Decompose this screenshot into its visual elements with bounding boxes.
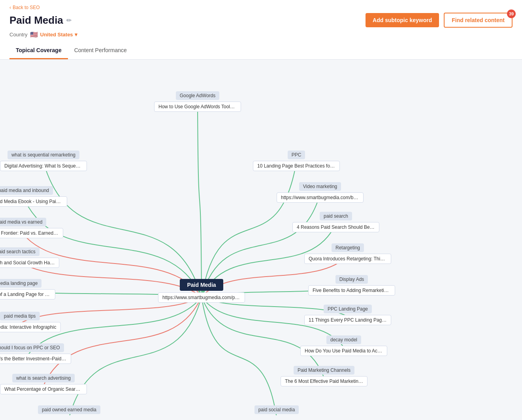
node-topic-label: Should I focus on PPC or SEO xyxy=(0,343,64,352)
node-topic-label: what is search advertising xyxy=(12,374,75,382)
node-topic-label: Video marketing xyxy=(299,182,341,191)
node-topic-label: decay model xyxy=(326,335,361,344)
node-topic-label: paid media tips xyxy=(0,312,40,320)
node-content-link[interactable]: How to Use Google AdWords Tools to R... xyxy=(154,102,241,112)
country-selector[interactable]: United States ▾ xyxy=(40,32,77,38)
node-content-link[interactable]: What's the Better Investment–Paid Sear..… xyxy=(0,354,71,364)
topic-node-n6[interactable]: paid media vs earnedThe New Frontier: Pa… xyxy=(0,218,63,238)
tab-content-performance[interactable]: Content Performance xyxy=(68,43,133,59)
node-content-link[interactable]: The New Frontier: Paid vs. Earned Media xyxy=(0,228,63,238)
node-content-link[interactable]: 10 Landing Page Best Practices for PPC .… xyxy=(253,161,340,171)
node-content-link[interactable]: Digital Advertising: What Is Sequential … xyxy=(0,161,87,171)
node-content-link[interactable]: LP: Paid Media Ebook - Using Paid Medi..… xyxy=(0,196,67,207)
node-content-link[interactable]: Paid Search and Social Growth Hacking ..… xyxy=(0,258,59,268)
center-content[interactable]: https://www.smartbugmedia.com/paid-... xyxy=(158,292,245,303)
tabs: Topical Coverage Content Performance xyxy=(9,43,513,59)
node-content-link[interactable]: https://www.smartbugmedia.com/blog... xyxy=(277,192,364,203)
node-topic-label: Display Ads xyxy=(335,275,368,284)
node-topic-label: PPC xyxy=(288,151,305,159)
topic-node-n11[interactable]: Display AdsFive Benefits to Adding Remar… xyxy=(308,275,395,296)
top-bar: ‹ Back to SEO Paid Media ✏ Add subtopic … xyxy=(0,0,522,60)
find-related-button[interactable]: Find related content 39 xyxy=(444,13,513,28)
back-chevron-icon: ‹ xyxy=(9,5,11,10)
topic-node-n15[interactable]: decay modelHow Do You Use Paid Media to … xyxy=(300,335,387,356)
node-content-link[interactable]: What Percentage of Organic Search Sh... xyxy=(0,384,87,394)
node-content-link[interactable]: Paid Media: Interactive Infographic xyxy=(0,322,60,332)
node-topic-label: paid owned earned media xyxy=(38,405,100,414)
header-row: Paid Media ✏ Add subtopic keyword Find r… xyxy=(9,13,513,28)
country-label: Country xyxy=(9,32,28,38)
node-content-link[interactable]: 11 Things Every PPC Landing Page Needs xyxy=(304,315,391,325)
topic-node-n16[interactable]: what is search advertisingWhat Percentag… xyxy=(0,374,87,394)
node-content-link[interactable]: Quora Introduces Retargeting: This We... xyxy=(304,254,391,264)
node-topic-label: paid social media xyxy=(254,405,299,414)
node-topic-label: what is sequential remarketing xyxy=(8,151,79,159)
topic-node-n2[interactable]: what is sequential remarketingDigital Ad… xyxy=(0,151,87,171)
topic-node-n19[interactable]: paid social mediaWhich Paid Media Channe… xyxy=(233,405,320,415)
graph-container: Paid Media https://www.smartbugmedia.com… xyxy=(8,68,514,415)
node-topic-label: Paid Marketing Channels xyxy=(294,366,354,375)
center-node[interactable]: Paid Media https://www.smartbugmedia.com… xyxy=(158,279,245,303)
title-section: Paid Media ✏ xyxy=(9,14,72,26)
main-content: Paid Media https://www.smartbugmedia.com… xyxy=(0,60,522,415)
node-topic-label: paid search tactics xyxy=(0,247,40,256)
topic-node-n9[interactable]: RetargetingQuora Introduces Retargeting:… xyxy=(304,243,391,264)
topic-node-n17[interactable]: Paid Marketing ChannelsThe 6 Most Effect… xyxy=(281,366,367,386)
tab-topical-coverage[interactable]: Topical Coverage xyxy=(9,43,68,59)
center-topic: Paid Media xyxy=(180,279,223,291)
page-title: Paid Media xyxy=(9,14,63,26)
topic-node-n1[interactable]: Google AdWordsHow to Use Google AdWords … xyxy=(154,91,241,112)
connections-svg xyxy=(8,68,514,415)
topic-node-n7[interactable]: paid search4 Reasons Paid Search Should … xyxy=(292,212,379,232)
node-content-link[interactable]: The 6 Most Effective Paid Marketing Ch..… xyxy=(281,376,367,386)
topic-node-n3[interactable]: PPC10 Landing Page Best Practices for PP… xyxy=(253,151,340,171)
topic-node-n12[interactable]: paid media tipsPaid Media: Interactive I… xyxy=(0,312,60,332)
flag-icon: 🇺🇸 xyxy=(30,31,38,38)
country-row: Country 🇺🇸 United States ▾ xyxy=(9,31,513,41)
topic-node-n5[interactable]: Video marketinghttps://www.smartbugmedia… xyxy=(277,182,364,203)
node-content-link[interactable]: The Design of a Landing Page for Your ..… xyxy=(0,289,55,299)
topic-node-n14[interactable]: Should I focus on PPC or SEOWhat's the B… xyxy=(0,343,71,364)
node-content-link[interactable]: Five Benefits to Adding Remarketing to .… xyxy=(308,285,395,296)
topic-node-n8[interactable]: paid search tacticsPaid Search and Socia… xyxy=(0,247,59,268)
topic-node-n10[interactable]: paid media landing pageThe Design of a L… xyxy=(0,279,55,299)
topic-node-n13[interactable]: PPC Landing Page11 Things Every PPC Land… xyxy=(304,305,391,325)
back-to-seo-link[interactable]: ‹ Back to SEO xyxy=(9,5,513,10)
badge-count: 39 xyxy=(507,9,516,18)
add-subtopic-button[interactable]: Add subtopic keyword xyxy=(366,13,439,27)
node-content-link[interactable]: 4 Reasons Paid Search Should Be Part o..… xyxy=(292,222,379,232)
node-content-link[interactable]: How Do You Use Paid Media to Acceler... xyxy=(300,346,387,356)
header-actions: Add subtopic keyword Find related conten… xyxy=(366,13,513,28)
node-topic-label: paid media landing page xyxy=(0,279,41,288)
node-topic-label: paid media vs earned xyxy=(0,218,46,226)
topic-node-n4[interactable]: paid media and inboundLP: Paid Media Ebo… xyxy=(0,186,67,207)
node-topic-label: Retargeting xyxy=(332,243,364,252)
node-topic-label: paid media and inbound xyxy=(0,186,53,195)
edit-icon[interactable]: ✏ xyxy=(66,17,72,24)
node-topic-label: Google AdWords xyxy=(176,91,220,100)
topic-node-n18[interactable]: paid owned earned mediaThe Paid Media KP… xyxy=(26,405,113,415)
node-topic-label: PPC Landing Page xyxy=(324,305,372,313)
node-topic-label: paid search xyxy=(320,212,352,220)
